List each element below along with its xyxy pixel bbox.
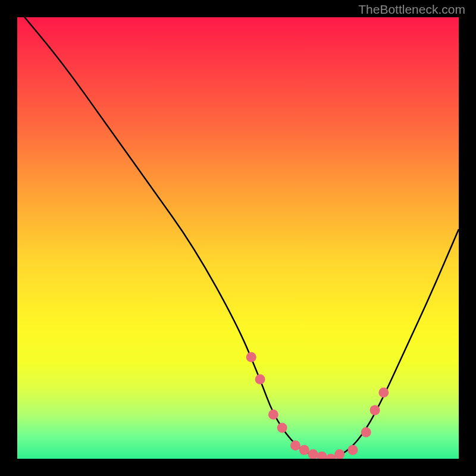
highlight-markers: [246, 352, 389, 459]
watermark-text: TheBottleneck.com: [358, 2, 465, 17]
marker-point: [325, 454, 336, 459]
chart-svg: [17, 17, 459, 459]
marker-point: [334, 449, 345, 459]
marker-point: [308, 449, 318, 459]
marker-point: [317, 452, 327, 459]
marker-point: [370, 405, 380, 415]
marker-point: [299, 445, 309, 455]
marker-point: [277, 423, 287, 433]
marker-point: [246, 352, 256, 362]
marker-point: [378, 387, 389, 397]
marker-point: [347, 445, 358, 455]
plot-area: [17, 17, 459, 459]
marker-point: [255, 374, 265, 384]
curve-path: [17, 17, 459, 458]
marker-point: [361, 427, 371, 437]
bottleneck-curve: [17, 17, 459, 458]
marker-point: [290, 440, 300, 450]
chart-container: TheBottleneck.com: [0, 0, 476, 476]
marker-point: [268, 409, 278, 419]
